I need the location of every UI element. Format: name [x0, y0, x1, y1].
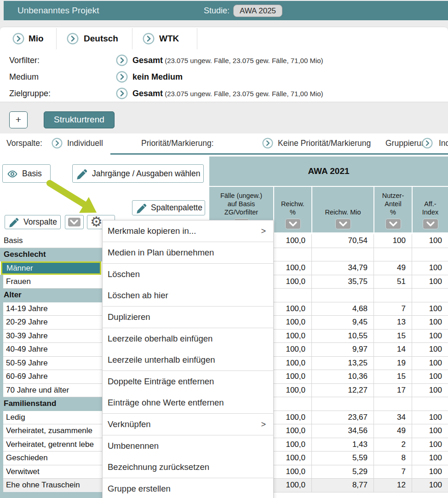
- column-header[interactable]: Nutzer- Anteil %: [374, 187, 412, 232]
- row-label-text: Geschlecht: [4, 248, 102, 262]
- row-label[interactable]: 70 Jahre und älter: [0, 384, 102, 398]
- context-menu-item-label: Medien in Plan übernehmen: [108, 248, 214, 257]
- row-label[interactable]: Geschieden: [0, 452, 102, 465]
- context-menu-item[interactable]: Leerzeile oberhalb einfügen: [103, 328, 273, 349]
- row-label[interactable]: Männer: [0, 261, 102, 275]
- zielgruppe-value[interactable]: Gesamt (23.075 ungew. Fälle, 23.075 gew.…: [132, 85, 323, 102]
- row-label[interactable]: 50-59 Jahre: [0, 357, 102, 371]
- row-label[interactable]: Familienstand: [0, 397, 102, 411]
- row-label[interactable]: 20-29 Jahre: [0, 316, 102, 330]
- context-menu: Merkmale kopieren in... > Medien in Plan…: [102, 220, 274, 498]
- context-menu-item[interactable]: Medien in Plan übernehmen: [103, 242, 273, 263]
- selector-row: Vorspalte: Individuell Priorität/Markier…: [0, 133, 448, 153]
- tab-mio[interactable]: Mio: [0, 27, 56, 50]
- gruppierung-selector[interactable]: Gruppierung: Ind: [375, 133, 448, 153]
- cell-reichw-mio: 1,43: [312, 438, 374, 452]
- row-label[interactable]: Basis: [0, 234, 102, 248]
- column-dropdown-button[interactable]: [285, 219, 301, 229]
- context-menu-item[interactable]: Doppelte Einträge entfernen: [103, 371, 273, 392]
- column-dropdown-button[interactable]: [423, 219, 438, 229]
- cell-nutzer-anteil: 15: [374, 370, 412, 384]
- cell-aff-index: 100: [412, 452, 448, 465]
- row-label[interactable]: Frauen: [0, 275, 102, 289]
- cell-nutzer-anteil: [374, 397, 412, 411]
- context-menu-item[interactable]: Merkmale kopieren in... >: [103, 220, 273, 242]
- vorspalte-selector[interactable]: Vorspalte: Individuell: [0, 133, 131, 153]
- circle-chevron-icon: [67, 33, 79, 45]
- study-badge[interactable]: AWA 2025: [233, 5, 282, 17]
- row-label[interactable]: Ehe ohne Trauschein: [0, 479, 102, 492]
- strukturtrend-button[interactable]: Strukturtrend: [44, 111, 115, 128]
- context-menu-item[interactable]: Löschen: [103, 263, 273, 285]
- context-menu-item-label: Gruppe erstellen: [108, 484, 171, 493]
- circle-chevron-icon: [52, 138, 63, 149]
- context-menu-item[interactable]: Duplizieren: [103, 306, 273, 328]
- row-label[interactable]: Geschlecht: [0, 248, 102, 262]
- circle-chevron-icon[interactable]: [116, 71, 128, 83]
- cell-nutzer-anteil: 8: [374, 452, 412, 465]
- cell-aff-index: 100: [412, 438, 448, 452]
- pencil-icon: [137, 203, 147, 214]
- row-label[interactable]: Ledig: [0, 411, 102, 425]
- context-menu-item[interactable]: Verknüpfen >: [103, 413, 273, 435]
- cell-reichw-mio: 5,29: [312, 465, 374, 479]
- column-dropdown-button[interactable]: [385, 219, 401, 229]
- row-label[interactable]: 60-69 Jahre: [0, 370, 102, 384]
- row-label[interactable]: 14-19 Jahre: [0, 302, 102, 316]
- prioritaet-selector-label: Priorität/Markierung:: [141, 133, 214, 153]
- context-menu-item-label: Duplizieren: [108, 312, 150, 322]
- category-gutter: [0, 342, 3, 357]
- row-label[interactable]: Verwitwet: [0, 465, 102, 479]
- cell-aff-index: 100: [412, 357, 448, 371]
- context-menu-item[interactable]: Einträge ohne Werte entfernen: [103, 392, 273, 413]
- cell-aff-index: 100: [412, 411, 448, 425]
- cell-reichw-mio: 4,68: [312, 302, 374, 316]
- prioritaet-selector[interactable]: Priorität/Markierung: Keine Priorität/Ma…: [131, 133, 375, 153]
- cell-reichw-pct: 100,0: [274, 234, 312, 248]
- context-menu-item-label: Merkmale kopieren in...: [108, 226, 196, 236]
- table-top-border: [110, 153, 448, 155]
- circle-chevron-icon: [12, 33, 24, 45]
- cell-nutzer-anteil: 17: [374, 384, 412, 398]
- vorfilter-value[interactable]: Gesamt (23.075 ungew. Fälle, 23.075 gew.…: [132, 52, 323, 69]
- context-menu-item[interactable]: Löschen ab hier: [103, 285, 273, 306]
- tab-label: WTK: [159, 27, 179, 50]
- row-label[interactable]: 30-39 Jahre: [0, 330, 102, 343]
- context-menu-item[interactable]: Gruppe erstellen: [103, 478, 273, 498]
- medium-value[interactable]: kein Medium: [132, 69, 183, 86]
- cell-reichw-mio: 12,27: [312, 384, 374, 398]
- column-dropdown-button[interactable]: [335, 219, 351, 229]
- zielgruppe-detail: (23.075 ungew. Fälle, 23.075 gew. Fälle,…: [163, 90, 323, 98]
- cell-aff-index: 100: [412, 370, 448, 384]
- add-tab-button[interactable]: +: [9, 111, 28, 128]
- cell-aff-index: 100: [412, 424, 448, 438]
- cell-reichw-pct: 100,0: [274, 479, 312, 492]
- row-label-text: Frauen: [6, 275, 102, 289]
- column-header-label: Reichw. Mio: [325, 208, 361, 216]
- circle-chevron-icon[interactable]: [116, 87, 128, 99]
- vorfilter-label: Vorfilter:: [9, 52, 40, 69]
- context-menu-item[interactable]: Leerzeile unterhalb einfügen: [103, 349, 273, 371]
- row-label[interactable]: Alter: [0, 289, 102, 302]
- row-label[interactable]: Verheiratet, zusammenle: [0, 424, 102, 438]
- titlebar: Unbenanntes Projekt Studie: AWA 2025: [4, 1, 448, 20]
- cell-nutzer-anteil: 51: [374, 275, 412, 289]
- column-header[interactable]: Reichw. %: [274, 187, 311, 232]
- tab-wtk[interactable]: WTK: [132, 27, 197, 50]
- row-label-text: Verheiratet, zusammenle: [6, 424, 102, 438]
- cell-reichw-pct: 100,0: [274, 370, 312, 384]
- row-label[interactable]: 40-49 Jahre: [0, 343, 102, 357]
- cell-reichw-mio: 10,36: [312, 370, 374, 384]
- context-menu-item[interactable]: Bezeichnung zurücksetzen: [103, 457, 273, 478]
- cell-reichw-pct: 100,0: [274, 302, 312, 316]
- tab-deutsch[interactable]: Deutsch: [56, 27, 132, 50]
- category-gutter: [0, 424, 3, 438]
- circle-chevron-icon[interactable]: [116, 54, 128, 66]
- column-header[interactable]: Reichw. Mio: [312, 187, 373, 232]
- row-label[interactable]: Verheiratet, getrennt lebe: [0, 438, 102, 452]
- spaltenpalette-button[interactable]: Spaltenpalette: [132, 200, 205, 215]
- context-menu-item[interactable]: Umbenennen: [103, 435, 273, 457]
- pencil-icon: [77, 168, 88, 180]
- column-header[interactable]: Aff.- Index: [413, 187, 448, 232]
- cell-aff-index: 100: [412, 316, 448, 330]
